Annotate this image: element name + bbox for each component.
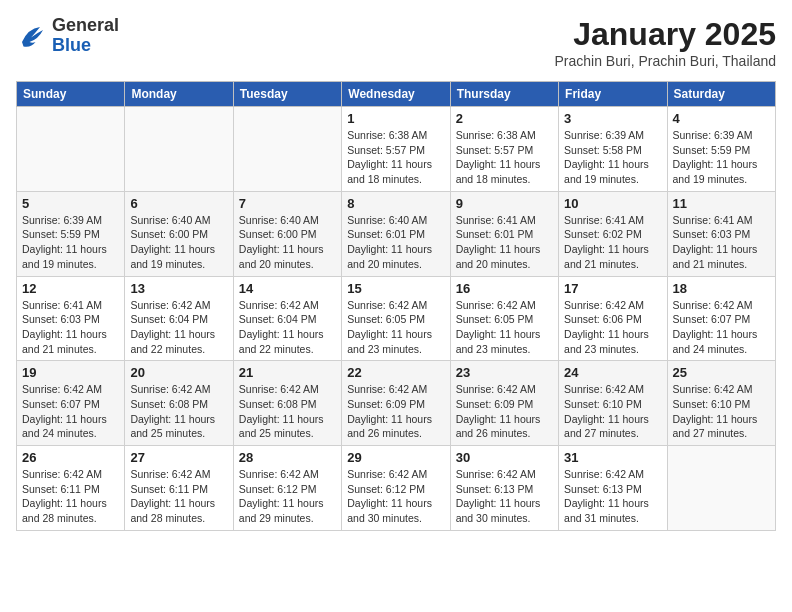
calendar-cell: 25Sunrise: 6:42 AM Sunset: 6:10 PM Dayli… bbox=[667, 361, 775, 446]
calendar-week-row: 1Sunrise: 6:38 AM Sunset: 5:57 PM Daylig… bbox=[17, 107, 776, 192]
day-info: Sunrise: 6:42 AM Sunset: 6:07 PM Dayligh… bbox=[22, 382, 119, 441]
day-info: Sunrise: 6:39 AM Sunset: 5:59 PM Dayligh… bbox=[673, 128, 770, 187]
calendar-cell: 27Sunrise: 6:42 AM Sunset: 6:11 PM Dayli… bbox=[125, 446, 233, 531]
calendar-week-row: 12Sunrise: 6:41 AM Sunset: 6:03 PM Dayli… bbox=[17, 276, 776, 361]
day-info: Sunrise: 6:42 AM Sunset: 6:11 PM Dayligh… bbox=[22, 467, 119, 526]
day-info: Sunrise: 6:42 AM Sunset: 6:07 PM Dayligh… bbox=[673, 298, 770, 357]
day-number: 4 bbox=[673, 111, 770, 126]
calendar-cell: 21Sunrise: 6:42 AM Sunset: 6:08 PM Dayli… bbox=[233, 361, 341, 446]
day-number: 28 bbox=[239, 450, 336, 465]
day-info: Sunrise: 6:42 AM Sunset: 6:04 PM Dayligh… bbox=[130, 298, 227, 357]
day-number: 7 bbox=[239, 196, 336, 211]
day-number: 14 bbox=[239, 281, 336, 296]
day-number: 18 bbox=[673, 281, 770, 296]
day-info: Sunrise: 6:39 AM Sunset: 5:58 PM Dayligh… bbox=[564, 128, 661, 187]
day-info: Sunrise: 6:41 AM Sunset: 6:03 PM Dayligh… bbox=[673, 213, 770, 272]
location-title: Prachin Buri, Prachin Buri, Thailand bbox=[554, 53, 776, 69]
calendar-cell: 7Sunrise: 6:40 AM Sunset: 6:00 PM Daylig… bbox=[233, 191, 341, 276]
calendar-cell bbox=[233, 107, 341, 192]
weekday-header: Wednesday bbox=[342, 82, 450, 107]
calendar-cell: 3Sunrise: 6:39 AM Sunset: 5:58 PM Daylig… bbox=[559, 107, 667, 192]
day-number: 10 bbox=[564, 196, 661, 211]
day-info: Sunrise: 6:42 AM Sunset: 6:04 PM Dayligh… bbox=[239, 298, 336, 357]
calendar-cell: 2Sunrise: 6:38 AM Sunset: 5:57 PM Daylig… bbox=[450, 107, 558, 192]
weekday-header-row: SundayMondayTuesdayWednesdayThursdayFrid… bbox=[17, 82, 776, 107]
calendar-cell: 29Sunrise: 6:42 AM Sunset: 6:12 PM Dayli… bbox=[342, 446, 450, 531]
day-number: 26 bbox=[22, 450, 119, 465]
day-number: 16 bbox=[456, 281, 553, 296]
logo-bird-icon bbox=[16, 21, 46, 51]
day-number: 19 bbox=[22, 365, 119, 380]
weekday-header: Saturday bbox=[667, 82, 775, 107]
day-info: Sunrise: 6:40 AM Sunset: 6:00 PM Dayligh… bbox=[130, 213, 227, 272]
calendar-cell bbox=[17, 107, 125, 192]
calendar-cell bbox=[667, 446, 775, 531]
calendar-cell: 9Sunrise: 6:41 AM Sunset: 6:01 PM Daylig… bbox=[450, 191, 558, 276]
calendar-cell: 31Sunrise: 6:42 AM Sunset: 6:13 PM Dayli… bbox=[559, 446, 667, 531]
calendar-cell: 8Sunrise: 6:40 AM Sunset: 6:01 PM Daylig… bbox=[342, 191, 450, 276]
day-number: 12 bbox=[22, 281, 119, 296]
weekday-header: Friday bbox=[559, 82, 667, 107]
day-number: 3 bbox=[564, 111, 661, 126]
calendar-cell: 17Sunrise: 6:42 AM Sunset: 6:06 PM Dayli… bbox=[559, 276, 667, 361]
calendar-cell: 23Sunrise: 6:42 AM Sunset: 6:09 PM Dayli… bbox=[450, 361, 558, 446]
calendar-cell: 5Sunrise: 6:39 AM Sunset: 5:59 PM Daylig… bbox=[17, 191, 125, 276]
weekday-header: Thursday bbox=[450, 82, 558, 107]
day-number: 1 bbox=[347, 111, 444, 126]
day-info: Sunrise: 6:38 AM Sunset: 5:57 PM Dayligh… bbox=[347, 128, 444, 187]
day-info: Sunrise: 6:42 AM Sunset: 6:09 PM Dayligh… bbox=[347, 382, 444, 441]
calendar-cell: 30Sunrise: 6:42 AM Sunset: 6:13 PM Dayli… bbox=[450, 446, 558, 531]
day-info: Sunrise: 6:40 AM Sunset: 6:01 PM Dayligh… bbox=[347, 213, 444, 272]
page-header: General Blue January 2025 Prachin Buri, … bbox=[16, 16, 776, 69]
day-number: 6 bbox=[130, 196, 227, 211]
day-info: Sunrise: 6:42 AM Sunset: 6:13 PM Dayligh… bbox=[456, 467, 553, 526]
month-title: January 2025 bbox=[554, 16, 776, 53]
title-block: January 2025 Prachin Buri, Prachin Buri,… bbox=[554, 16, 776, 69]
calendar-cell: 16Sunrise: 6:42 AM Sunset: 6:05 PM Dayli… bbox=[450, 276, 558, 361]
day-info: Sunrise: 6:42 AM Sunset: 6:06 PM Dayligh… bbox=[564, 298, 661, 357]
calendar-cell: 11Sunrise: 6:41 AM Sunset: 6:03 PM Dayli… bbox=[667, 191, 775, 276]
day-info: Sunrise: 6:41 AM Sunset: 6:01 PM Dayligh… bbox=[456, 213, 553, 272]
day-info: Sunrise: 6:39 AM Sunset: 5:59 PM Dayligh… bbox=[22, 213, 119, 272]
calendar-cell: 26Sunrise: 6:42 AM Sunset: 6:11 PM Dayli… bbox=[17, 446, 125, 531]
day-number: 5 bbox=[22, 196, 119, 211]
day-number: 29 bbox=[347, 450, 444, 465]
day-info: Sunrise: 6:42 AM Sunset: 6:12 PM Dayligh… bbox=[239, 467, 336, 526]
calendar-cell: 14Sunrise: 6:42 AM Sunset: 6:04 PM Dayli… bbox=[233, 276, 341, 361]
weekday-header: Tuesday bbox=[233, 82, 341, 107]
day-info: Sunrise: 6:41 AM Sunset: 6:03 PM Dayligh… bbox=[22, 298, 119, 357]
weekday-header: Sunday bbox=[17, 82, 125, 107]
day-number: 2 bbox=[456, 111, 553, 126]
day-info: Sunrise: 6:42 AM Sunset: 6:12 PM Dayligh… bbox=[347, 467, 444, 526]
calendar-cell: 22Sunrise: 6:42 AM Sunset: 6:09 PM Dayli… bbox=[342, 361, 450, 446]
day-number: 13 bbox=[130, 281, 227, 296]
calendar-cell: 1Sunrise: 6:38 AM Sunset: 5:57 PM Daylig… bbox=[342, 107, 450, 192]
day-info: Sunrise: 6:42 AM Sunset: 6:10 PM Dayligh… bbox=[564, 382, 661, 441]
calendar-cell: 12Sunrise: 6:41 AM Sunset: 6:03 PM Dayli… bbox=[17, 276, 125, 361]
logo: General Blue bbox=[16, 16, 119, 56]
day-number: 8 bbox=[347, 196, 444, 211]
logo-text: General Blue bbox=[52, 16, 119, 56]
calendar-week-row: 26Sunrise: 6:42 AM Sunset: 6:11 PM Dayli… bbox=[17, 446, 776, 531]
day-number: 15 bbox=[347, 281, 444, 296]
day-number: 25 bbox=[673, 365, 770, 380]
day-info: Sunrise: 6:40 AM Sunset: 6:00 PM Dayligh… bbox=[239, 213, 336, 272]
calendar-cell: 20Sunrise: 6:42 AM Sunset: 6:08 PM Dayli… bbox=[125, 361, 233, 446]
day-number: 30 bbox=[456, 450, 553, 465]
day-number: 17 bbox=[564, 281, 661, 296]
day-info: Sunrise: 6:42 AM Sunset: 6:05 PM Dayligh… bbox=[456, 298, 553, 357]
weekday-header: Monday bbox=[125, 82, 233, 107]
calendar-week-row: 5Sunrise: 6:39 AM Sunset: 5:59 PM Daylig… bbox=[17, 191, 776, 276]
calendar-cell: 24Sunrise: 6:42 AM Sunset: 6:10 PM Dayli… bbox=[559, 361, 667, 446]
calendar-cell: 4Sunrise: 6:39 AM Sunset: 5:59 PM Daylig… bbox=[667, 107, 775, 192]
calendar-cell: 18Sunrise: 6:42 AM Sunset: 6:07 PM Dayli… bbox=[667, 276, 775, 361]
logo-general: General bbox=[52, 15, 119, 35]
day-info: Sunrise: 6:42 AM Sunset: 6:10 PM Dayligh… bbox=[673, 382, 770, 441]
day-number: 31 bbox=[564, 450, 661, 465]
day-number: 21 bbox=[239, 365, 336, 380]
calendar-cell bbox=[125, 107, 233, 192]
day-number: 9 bbox=[456, 196, 553, 211]
day-info: Sunrise: 6:42 AM Sunset: 6:09 PM Dayligh… bbox=[456, 382, 553, 441]
calendar-cell: 28Sunrise: 6:42 AM Sunset: 6:12 PM Dayli… bbox=[233, 446, 341, 531]
day-number: 24 bbox=[564, 365, 661, 380]
